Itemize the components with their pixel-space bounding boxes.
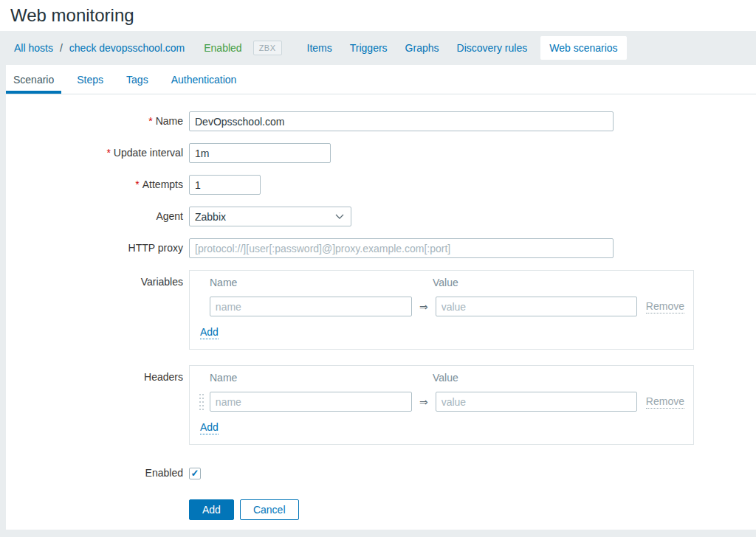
variables-value-column-header: Value: [433, 277, 458, 288]
variables-add-button[interactable]: Add: [200, 326, 219, 339]
agent-selected-value: Zabbix: [195, 211, 226, 223]
row-enabled: Enabled ✓: [6, 463, 756, 483]
page-header: Web monitoring: [0, 0, 756, 31]
headers-remove-button[interactable]: Remove: [646, 395, 684, 409]
headers-value-column-header: Value: [433, 372, 458, 384]
tab-steps[interactable]: Steps: [69, 65, 111, 94]
variable-value-input[interactable]: [436, 297, 637, 316]
http-proxy-label: HTTP proxy: [6, 238, 183, 258]
host-nav-triggers[interactable]: Triggers: [350, 42, 388, 54]
agent-select[interactable]: Zabbix: [189, 207, 351, 226]
variables-table-header: Name Value: [199, 277, 684, 288]
enabled-checkbox[interactable]: ✓: [189, 468, 201, 479]
row-name: *Name: [6, 111, 756, 131]
update-interval-label: *Update interval: [6, 143, 183, 163]
checkmark-icon: ✓: [191, 468, 199, 478]
headers-table: Name Value ⇒ Remove Add: [189, 365, 694, 445]
row-variables: Variables Name Value ⇒ Remove Add: [6, 270, 756, 350]
attempts-input[interactable]: [189, 175, 261, 195]
host-nav-graphs[interactable]: Graphs: [405, 42, 439, 54]
breadcrumb-host-link[interactable]: check devopsschool.com: [69, 42, 185, 54]
required-asterisk: *: [106, 147, 110, 159]
breadcrumb-all-hosts-link[interactable]: All hosts: [14, 42, 53, 54]
row-agent: Agent Zabbix: [6, 207, 756, 226]
tab-scenario[interactable]: Scenario: [6, 65, 61, 94]
breadcrumb-separator: /: [60, 42, 63, 54]
headers-label: Headers: [6, 365, 183, 383]
zbx-interface-badge: ZBX: [253, 41, 282, 55]
row-headers: Headers Name Value ⇒ Remove Add: [6, 365, 756, 445]
row-attempts: *Attempts: [6, 175, 756, 195]
page-title: Web monitoring: [10, 5, 756, 26]
row-http-proxy: HTTP proxy: [6, 238, 756, 258]
header-name-input[interactable]: [210, 392, 412, 412]
variables-name-column-header: Name: [210, 277, 433, 288]
scenario-form-panel: Scenario Steps Tags Authentication *Name…: [6, 65, 756, 530]
add-button[interactable]: Add: [189, 499, 234, 520]
chevron-down-icon: [335, 214, 344, 219]
headers-row: ⇒ Remove: [199, 392, 684, 412]
name-input[interactable]: [189, 111, 614, 131]
headers-table-header: Name Value: [199, 372, 684, 384]
host-nav: Items Triggers Graphs Discovery rules We…: [289, 36, 627, 60]
host-nav-items[interactable]: Items: [307, 42, 332, 54]
scenario-form: *Name *Update interval *Attempts Agent Z…: [6, 94, 756, 520]
tab-tags[interactable]: Tags: [119, 65, 156, 94]
tab-authentication[interactable]: Authentication: [164, 65, 244, 94]
variables-remove-button[interactable]: Remove: [646, 300, 684, 313]
host-nav-web-scenarios[interactable]: Web scenarios: [540, 36, 626, 60]
row-update-interval: *Update interval: [6, 143, 756, 163]
breadcrumb: All hosts / check devopsschool.com Enabl…: [0, 31, 756, 65]
attempts-label: *Attempts: [6, 175, 183, 195]
cancel-button[interactable]: Cancel: [240, 499, 299, 520]
agent-label: Agent: [6, 207, 183, 226]
header-value-input[interactable]: [436, 392, 637, 412]
pair-arrow-icon: ⇒: [412, 301, 436, 313]
variable-name-input[interactable]: [210, 297, 412, 316]
variables-row: ⇒ Remove: [199, 297, 684, 316]
form-tabs: Scenario Steps Tags Authentication: [6, 65, 756, 94]
form-actions: Add Cancel: [189, 499, 756, 520]
http-proxy-input[interactable]: [189, 238, 614, 258]
required-asterisk: *: [148, 115, 152, 127]
name-label: *Name: [6, 111, 183, 131]
variables-label: Variables: [6, 270, 183, 288]
headers-add-button[interactable]: Add: [200, 421, 219, 434]
update-interval-input[interactable]: [189, 143, 331, 163]
host-nav-discovery-rules[interactable]: Discovery rules: [457, 42, 528, 54]
enabled-label: Enabled: [6, 463, 183, 483]
pair-arrow-icon: ⇒: [412, 396, 436, 408]
variables-table: Name Value ⇒ Remove Add: [189, 270, 694, 350]
headers-name-column-header: Name: [210, 372, 433, 384]
host-status-enabled: Enabled: [204, 42, 241, 54]
required-asterisk: *: [135, 179, 139, 190]
